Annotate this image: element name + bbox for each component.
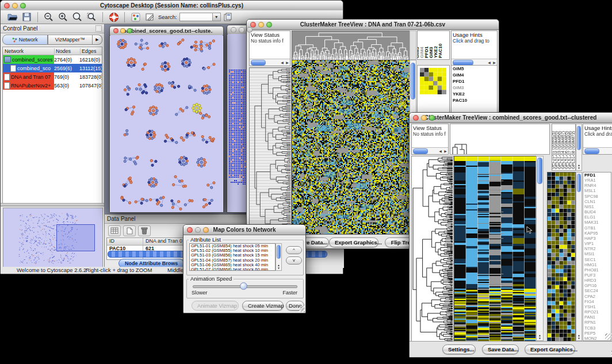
chevron-down-icon[interactable]: ▼ [212,13,220,21]
zoom-button[interactable] [266,22,272,28]
treeview1-titlebar[interactable]: ClusterMaker TreeView : DNA and Tran 07-… [247,20,499,30]
search-options-icon[interactable] [221,11,235,24]
column-header[interactable]: ID [107,238,143,245]
minimize-button[interactable] [12,3,18,9]
tab-vizmapper[interactable]: VizMapper™ [48,35,93,45]
network-view-canvas[interactable] [110,35,223,212]
gene-label[interactable]: VIP1 [583,241,611,246]
create-vizmap-button[interactable]: Create Vizmap [242,301,284,311]
tv1-column-dendrogram[interactable] [292,30,410,61]
tv1-mini-heatmap[interactable] [420,68,446,94]
gene-label[interactable]: NTR2 [583,246,611,251]
zoom-selected-button[interactable] [85,11,99,24]
minimize-button[interactable] [258,22,264,28]
tv2-column-dendrogram-area[interactable] [450,124,550,155]
gene-label[interactable]: SEC1 [583,257,611,262]
scroll-right-icon[interactable]: ▶ [443,148,448,154]
scroll-thumb[interactable] [413,148,428,154]
treeview2-titlebar[interactable]: ClusterMaker TreeView : combined_scores_… [410,113,612,123]
search-input[interactable]: ▼ [179,13,221,21]
scroll-thumb[interactable] [577,174,581,192]
zoom-fit-button[interactable] [70,11,85,24]
select-attributes-button[interactable] [108,225,121,236]
tv1-heatmap[interactable] [292,60,410,235]
scroll-right-icon[interactable]: ▶ [285,60,290,66]
gene-label[interactable]: PHO81 [583,267,611,273]
tv2-zoom-vscrollbar[interactable]: ▲▼ [576,172,582,341]
gene-label[interactable]: CLN1 [583,199,611,204]
tv1-status-hscrollbar[interactable]: ◀▶ [250,59,290,66]
minimize-button[interactable] [195,227,201,233]
gene-label[interactable]: HMG1 [583,262,611,267]
gene-label[interactable]: CPA2 [583,294,611,299]
gene-label[interactable]: MAK31 [583,220,611,225]
speed-slider-thumb[interactable] [240,282,247,290]
network-row[interactable]: RNAPuberNov2+ 563(0) 107847(0) [3,81,102,90]
float-panel-icon[interactable] [95,25,102,32]
array-column-label[interactable]: PAC10 [438,44,443,58]
gene-label[interactable]: HAP3 [583,236,611,241]
scroll-arrows-icon[interactable]: ▲▼ [537,334,543,340]
gene-label[interactable]: YRA1 [583,178,611,183]
network-row[interactable]: combined_scores 2764(0) 16218(0) [3,55,102,64]
network-row[interactable]: DNA and Tran 07 769(0) 183728(0) [3,72,102,81]
column-header[interactable]: Edges [81,48,102,54]
column-header[interactable]: Nodes [55,48,81,54]
scroll-left-icon[interactable]: ◀ [438,148,443,154]
gene-label[interactable]: GIM3 [452,85,497,91]
export-graphics-button[interactable]: Export Graphics... [525,344,575,354]
open-session-button[interactable] [5,11,20,24]
close-button[interactable] [231,27,236,33]
panel-splitter[interactable] [1,203,104,206]
tab-overflow-button[interactable]: ▶ [93,35,102,45]
gene-label[interactable]: PFD1 [583,173,611,178]
scroll-left-icon[interactable]: ◀ [487,60,492,66]
column-header[interactable]: Network [3,48,55,54]
gene-label[interactable]: TCB3 [583,325,611,331]
gene-label[interactable]: SEC24 [583,288,611,293]
tv2-labels-vscrollbar[interactable]: ▲▼ [576,124,582,171]
gene-label[interactable]: GIM5 [452,66,497,72]
zoom-in-button[interactable] [56,11,70,24]
tv2-row-dendrogram[interactable] [411,156,454,342]
dialog-resize-grip[interactable] [299,306,305,312]
gene-label[interactable]: GPI16 [583,283,611,288]
zoom-button[interactable] [429,115,435,121]
close-button[interactable] [4,3,10,9]
gene-label[interactable]: HRD3 [583,278,611,283]
zoom-button[interactable] [203,227,209,233]
gene-label[interactable]: MSI1 [583,251,611,256]
scroll-arrows-icon[interactable]: ▲▼ [576,334,582,340]
gene-label[interactable]: PAC10 [452,97,497,104]
gene-label[interactable]: RPO21 [583,309,611,315]
export-graphics-button[interactable]: Export Graphics... [329,237,378,247]
network-row[interactable]: combined_sco 2569(6) 13112(15) [3,64,102,72]
scroll-thumb[interactable] [453,60,473,66]
gene-label[interactable]: PUF3 [583,273,611,278]
save-session-button[interactable] [20,11,34,24]
tv2-heatmap-vscrollbar[interactable]: ▲▼ [536,156,544,341]
panel-resize-grip[interactable] [605,334,611,340]
gene-label[interactable]: RPN1 [583,320,611,325]
gene-label[interactable]: ELG1 [583,214,611,220]
close-button[interactable] [413,115,419,121]
vizmap-icon[interactable] [128,11,143,24]
attribute-list-vscrollbar[interactable]: ▲▼ [276,243,282,271]
scroll-thumb[interactable] [577,126,581,150]
scroll-thumb[interactable] [537,158,542,184]
scroll-arrows-icon[interactable]: ▲▼ [576,164,582,170]
dialog-titlebar[interactable]: Map Colors to Network [183,225,305,235]
gene-label[interactable]: KAP95 [583,231,611,236]
scroll-right-icon[interactable]: ▶ [492,60,497,66]
close-button[interactable] [113,28,118,33]
minimize-button[interactable] [120,28,125,33]
annotation-icon[interactable] [143,11,157,24]
settings-button[interactable]: Settings... [442,344,476,354]
gene-label[interactable]: YSH1 [583,304,611,309]
delete-attribute-icon[interactable] [138,225,151,236]
scroll-left-icon[interactable]: ◀ [280,60,285,66]
close-button[interactable] [187,227,193,233]
move-up-button[interactable]: ^ [286,246,302,254]
scroll-thumb[interactable] [251,60,266,66]
scroll-arrows-icon[interactable]: ▲▼ [276,264,281,270]
